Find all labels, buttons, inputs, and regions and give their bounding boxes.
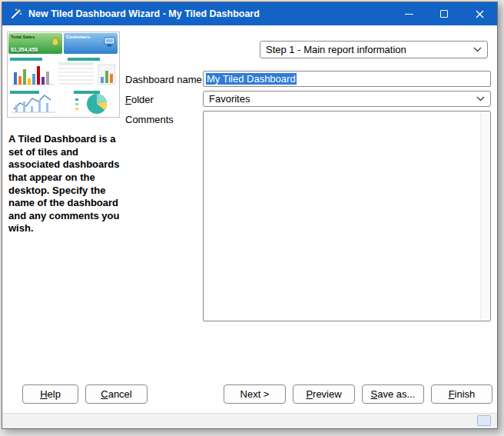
bottom-strip bbox=[2, 413, 497, 428]
close-button[interactable] bbox=[462, 2, 497, 25]
wizard-wand-icon bbox=[10, 8, 22, 20]
minimize-button[interactable] bbox=[391, 2, 426, 25]
preview-button[interactable]: Preview bbox=[293, 384, 355, 404]
folder-select[interactable]: Favorites bbox=[203, 91, 491, 107]
comments-scrollbar[interactable] bbox=[480, 111, 490, 321]
title-bar: New Tiled Dashboard Wizard - My Tiled Da… bbox=[2, 2, 497, 25]
step-selector-value: Step 1 - Main report information bbox=[266, 44, 406, 55]
save-as-button[interactable]: Save as... bbox=[362, 384, 424, 404]
preview-charts-image bbox=[8, 55, 119, 117]
money-bag-icon bbox=[50, 36, 61, 50]
preview-tiles: Total Sales $1,354,458 Customers bbox=[8, 32, 119, 55]
resize-corner[interactable] bbox=[477, 415, 491, 426]
folder-select-value: Favorites bbox=[209, 93, 250, 105]
comments-textarea[interactable] bbox=[203, 111, 491, 321]
wizard-description: A Tiled Dashboard is a set of tiles and … bbox=[8, 133, 120, 235]
chevron-down-icon bbox=[473, 47, 482, 52]
step-selector[interactable]: Step 1 - Main report information bbox=[260, 41, 488, 58]
tile-total-sales-value: $1,354,458 bbox=[11, 47, 38, 52]
comments-label: Comments bbox=[125, 114, 174, 125]
next-button[interactable]: Next > bbox=[224, 384, 286, 404]
preview-tile-customers: Customers bbox=[64, 33, 118, 54]
tile-customers-label: Customers bbox=[66, 35, 90, 39]
dialog-content: Total Sales $1,354,458 Customers bbox=[2, 25, 497, 413]
close-icon bbox=[476, 10, 484, 18]
wizard-dialog: New Tiled Dashboard Wizard - My Tiled Da… bbox=[2, 2, 498, 429]
maximize-icon bbox=[440, 10, 448, 18]
window-title: New Tiled Dashboard Wizard - My Tiled Da… bbox=[28, 8, 260, 19]
dashboard-name-value: My Tiled Dashboard bbox=[206, 73, 297, 85]
folder-label: Folder bbox=[125, 94, 154, 105]
customers-icon bbox=[104, 36, 116, 50]
tile-total-sales-label: Total Sales bbox=[11, 35, 35, 39]
dashboard-name-input[interactable]: My Tiled Dashboard bbox=[203, 71, 491, 87]
maximize-button[interactable] bbox=[426, 2, 462, 25]
help-button[interactable]: Help bbox=[22, 384, 78, 404]
minimize-icon bbox=[405, 14, 413, 15]
finish-button[interactable]: Finish bbox=[431, 384, 492, 404]
preview-tile-total-sales: Total Sales $1,354,458 bbox=[8, 33, 62, 54]
dashboard-name-label: Dashboard name bbox=[125, 74, 202, 85]
cancel-button[interactable]: Cancel bbox=[85, 384, 148, 404]
chevron-down-icon bbox=[476, 96, 485, 102]
dashboard-preview-thumbnail: Total Sales $1,354,458 Customers bbox=[7, 32, 120, 118]
